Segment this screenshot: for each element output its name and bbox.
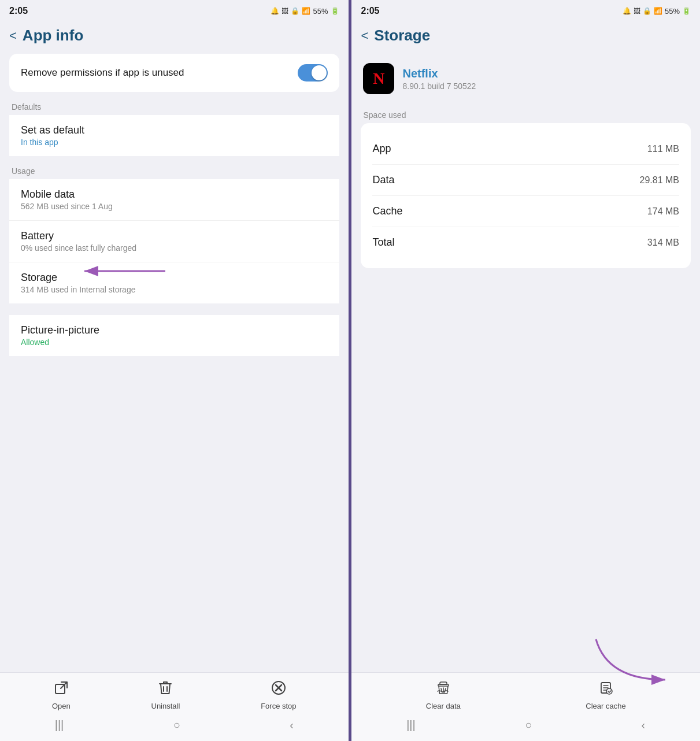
storage-app-label: App <box>372 143 391 155</box>
nav-back-right[interactable]: ‹ <box>642 718 646 732</box>
app-version: 8.90.1 build 7 50522 <box>402 81 476 91</box>
right-panel: 2:05 🔔 🖼 🔒 📶 55% 🔋 < Storage N Netflix 8… <box>351 0 700 741</box>
status-bar-left: 2:05 🔔 🖼 🔒 📶 55% 🔋 <box>0 0 349 20</box>
status-time-left: 2:05 <box>9 6 28 16</box>
app-name: Netflix <box>402 67 476 80</box>
app-icon: N <box>363 63 394 94</box>
set-as-default-card[interactable]: Set as default In this app <box>9 115 339 156</box>
mobile-data-item[interactable]: Mobile data 562 MB used since 1 Aug <box>9 179 339 221</box>
open-icon <box>53 680 69 699</box>
clear-cache-label: Clear cache <box>586 702 625 710</box>
bottom-bar-left: Open Uninstall <box>0 672 349 741</box>
nav-bar-left: ||| ○ ‹ <box>0 715 349 738</box>
storage-app-value: 111 MB <box>647 144 679 154</box>
clear-cache-button[interactable]: Clear cache <box>586 680 625 710</box>
left-panel: 2:05 🔔 🖼 🔒 📶 55% 🔋 < App info Remove per… <box>0 0 349 741</box>
storage-total-value: 314 MB <box>647 238 679 248</box>
bottom-actions-right: Clear data Clear cache <box>351 680 700 715</box>
storage-cache-label: Cache <box>372 205 402 217</box>
storage-total-label: Total <box>372 236 394 249</box>
status-icons-left: 🔔 🖼 🔒 📶 55% 🔋 <box>271 7 339 16</box>
image-icon-right: 🖼 <box>634 7 640 15</box>
set-as-default-subtitle: In this app <box>21 138 328 147</box>
storage-card: App 111 MB Data 29.81 MB Cache 174 MB To… <box>361 123 691 268</box>
storage-total-row: Total 314 MB <box>372 227 679 258</box>
bottom-actions-left: Open Uninstall <box>0 680 349 715</box>
lock-icon-right: 🔒 <box>643 7 651 15</box>
uninstall-button[interactable]: Uninstall <box>151 680 180 710</box>
uninstall-icon <box>158 680 173 699</box>
mobile-data-subtitle: 562 MB used since 1 Aug <box>21 202 328 211</box>
svg-line-3 <box>61 683 66 688</box>
nav-menu-right[interactable]: ||| <box>406 718 416 732</box>
storage-app-row: App 111 MB <box>372 134 679 165</box>
force-stop-icon <box>271 680 287 699</box>
storage-data-value: 29.81 MB <box>640 175 679 186</box>
space-used-label: Space used <box>361 106 691 123</box>
nav-home-right[interactable]: ○ <box>525 718 532 732</box>
wifi-icon-left: 📶 <box>302 7 310 15</box>
status-icons-right: 🔔 🖼 🔒 📶 55% 🔋 <box>623 7 691 16</box>
storage-subtitle: 314 MB used in Internal storage <box>21 285 328 294</box>
usage-section-label: Usage <box>9 162 339 179</box>
usage-card: Mobile data 562 MB used since 1 Aug Batt… <box>9 179 339 303</box>
clear-cache-icon <box>598 680 614 699</box>
storage-cache-value: 174 MB <box>647 206 679 217</box>
lock-icon-left: 🔒 <box>291 7 299 15</box>
pip-title: Picture-in-picture <box>21 324 328 336</box>
back-button-right[interactable]: < <box>361 28 368 43</box>
uninstall-label: Uninstall <box>151 702 180 710</box>
wifi-icon-right: 📶 <box>654 7 662 15</box>
battery-subtitle: 0% used since last fully charged <box>21 243 328 253</box>
nav-back-left[interactable]: ‹ <box>290 718 294 732</box>
storage-title: Storage <box>21 272 328 284</box>
nav-home-left[interactable]: ○ <box>173 718 180 732</box>
battery-left: 55% <box>313 7 328 16</box>
page-header-right: < Storage <box>351 20 700 54</box>
notification-icon-left: 🔔 <box>271 7 279 15</box>
content-right: Space used App 111 MB Data 29.81 MB Cach… <box>351 106 700 672</box>
status-bar-right: 2:05 🔔 🖼 🔒 📶 55% 🔋 <box>351 0 700 20</box>
svg-rect-10 <box>438 684 449 686</box>
clear-data-button[interactable]: Clear data <box>426 680 461 710</box>
set-as-default-item[interactable]: Set as default In this app <box>9 115 339 156</box>
nav-menu-left[interactable]: ||| <box>55 718 64 732</box>
pip-card[interactable]: Picture-in-picture Allowed <box>9 315 339 356</box>
storage-data-row: Data 29.81 MB <box>372 165 679 196</box>
image-icon-left: 🖼 <box>282 7 288 15</box>
battery-right: 55% <box>665 7 680 16</box>
page-title-right: Storage <box>374 27 430 45</box>
force-stop-label: Force stop <box>261 702 296 710</box>
app-info: Netflix 8.90.1 build 7 50522 <box>402 67 476 91</box>
back-button-left[interactable]: < <box>9 28 17 43</box>
app-header-row: N Netflix 8.90.1 build 7 50522 <box>351 54 700 106</box>
battery-item[interactable]: Battery 0% used since last fully charged <box>9 221 339 262</box>
force-stop-button[interactable]: Force stop <box>261 680 296 710</box>
battery-icon-left: 🔋 <box>331 7 339 15</box>
pip-subtitle: Allowed <box>21 338 328 347</box>
defaults-section-label: Defaults <box>9 98 339 115</box>
battery-title: Battery <box>21 230 328 242</box>
battery-icon-right: 🔋 <box>682 7 691 15</box>
status-time-right: 2:05 <box>361 6 379 16</box>
remove-permissions-row[interactable]: Remove permissions if app is unused <box>9 54 339 92</box>
set-as-default-title: Set as default <box>21 124 328 136</box>
bottom-bar-right: Clear data Clear cache ||| ○ <box>351 672 700 741</box>
clear-data-icon <box>435 680 451 699</box>
storage-item[interactable]: Storage 314 MB used in Internal storage <box>9 262 339 303</box>
content-left: Remove permissions if app is unused Defa… <box>0 54 349 672</box>
clear-data-label: Clear data <box>426 702 461 710</box>
app-icon-letter: N <box>373 69 384 88</box>
pip-item[interactable]: Picture-in-picture Allowed <box>9 315 339 356</box>
open-label: Open <box>52 702 71 710</box>
storage-data-label: Data <box>372 174 394 186</box>
remove-permissions-toggle[interactable] <box>298 64 328 81</box>
storage-cache-row: Cache 174 MB <box>372 196 679 227</box>
nav-bar-right: ||| ○ ‹ <box>351 715 700 738</box>
open-button[interactable]: Open <box>52 680 71 710</box>
page-header-left: < App info <box>0 20 349 54</box>
remove-permissions-label: Remove permissions if app is unused <box>21 66 184 79</box>
mobile-data-title: Mobile data <box>21 188 328 201</box>
notification-icon-right: 🔔 <box>623 7 631 15</box>
page-title-left: App info <box>23 27 83 45</box>
